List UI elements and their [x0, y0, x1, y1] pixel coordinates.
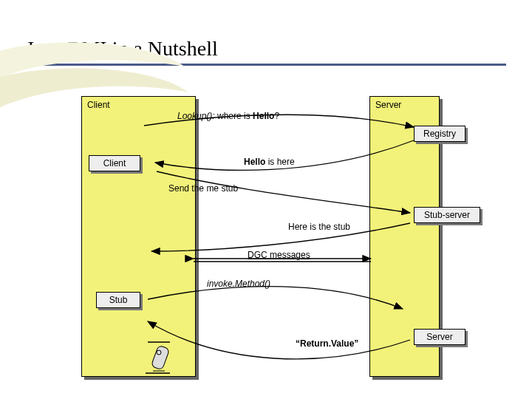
server-panel-label: Server [375, 100, 401, 110]
invoke-label: invoke.Method() [207, 279, 270, 289]
server-inner-box: Server [414, 329, 466, 345]
dgc-label: DGC messages [248, 250, 310, 260]
client-box: Client [89, 155, 140, 171]
lookup-label: Lookup(): where is Hello? [177, 111, 279, 121]
svg-rect-3 [151, 345, 169, 370]
send-stub-label: Send the me stub [168, 183, 238, 194]
client-panel [81, 96, 196, 377]
client-panel-label: Client [87, 100, 110, 110]
here-stub-label: Here is the stub [288, 222, 350, 232]
hello-here-label: Hello is here [244, 157, 295, 167]
stub-server-box: Stub-server [414, 207, 480, 223]
registry-box: Registry [414, 126, 466, 142]
return-value-label: “Return.Value” [296, 338, 358, 349]
device-icon [144, 336, 181, 377]
stub-box: Stub [96, 292, 140, 308]
